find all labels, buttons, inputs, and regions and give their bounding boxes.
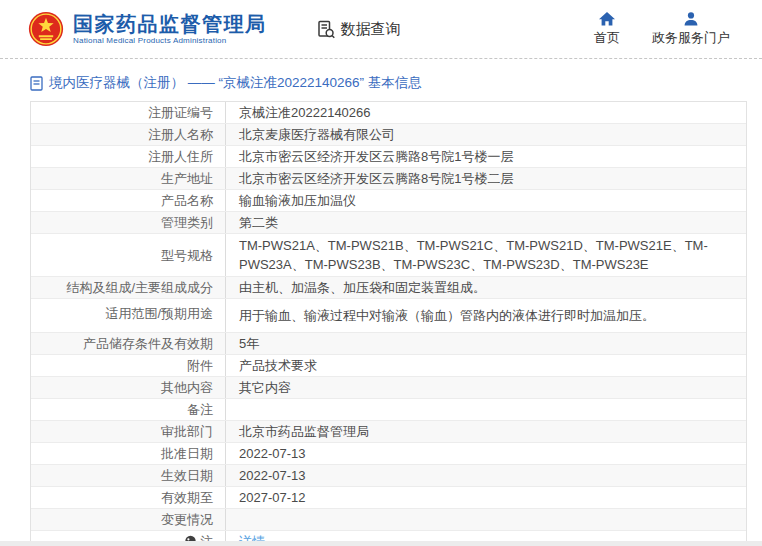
row-label: 变更情况 [31, 509, 226, 530]
row-value: 北京市密云区经济开发区云腾路8号院1号楼一层 [226, 146, 746, 167]
document-icon [30, 76, 43, 91]
row-label: 审批部门 [31, 421, 226, 442]
row-label: 其他内容 [31, 377, 226, 398]
row-value [226, 509, 746, 530]
table-row-remarks: 备注 [31, 398, 746, 420]
registration-info-table: 注册证编号 京械注准20222140266 注册人名称 北京麦康医疗器械有限公司… [30, 101, 747, 546]
table-row-storage-validity: 产品储存条件及有效期 5年 [31, 332, 746, 354]
row-value: 5年 [226, 333, 746, 354]
row-label: 批准日期 [31, 443, 226, 464]
row-value: 其它内容 [226, 377, 746, 398]
row-value: TM-PWS21A、TM-PWS21B、TM-PWS21C、TM-PWS21D、… [226, 234, 746, 276]
row-value: 用于输血、输液过程中对输液（输血）管路内的液体进行即时加温加压。 [226, 299, 746, 332]
table-row-management-class: 管理类别 第二类 [31, 211, 746, 233]
document-search-icon [317, 20, 336, 39]
row-label: 附件 [31, 355, 226, 376]
page-title: 境内医疗器械（注册） —— “京械注准20222140266” 基本信息 [49, 74, 422, 92]
row-label: 管理类别 [31, 212, 226, 233]
row-label: 产品名称 [31, 190, 226, 211]
row-value [226, 399, 746, 420]
row-value: 产品技术要求 [226, 355, 746, 376]
table-row-product-name: 产品名称 输血输液加压加温仪 [31, 189, 746, 211]
nav-item-portal[interactable]: 政务服务门户 [652, 12, 730, 47]
table-row-registrant-address: 注册人住所 北京市密云区经济开发区云腾路8号院1号楼一层 [31, 145, 746, 167]
site-title-group: 国家药品监督管理局 National Medical Products Admi… [73, 13, 267, 46]
row-label: 注册人名称 [31, 124, 226, 145]
data-query-nav[interactable]: 数据查询 [317, 20, 401, 39]
site-title: 国家药品监督管理局 [73, 13, 267, 36]
top-nav: 首页 政务服务门户 [594, 12, 738, 47]
nav-item-home[interactable]: 首页 [594, 12, 620, 47]
row-value: 北京麦康医疗器械有限公司 [226, 124, 746, 145]
person-icon [684, 12, 698, 26]
home-icon [599, 12, 615, 26]
row-label: 生产地址 [31, 168, 226, 189]
table-row-intended-use: 适用范围/预期用途 用于输血、输液过程中对输液（输血）管路内的液体进行即时加温加… [31, 298, 746, 332]
table-row-approval-department: 审批部门 北京市药品监督管理局 [31, 420, 746, 442]
row-label: 产品储存条件及有效期 [31, 333, 226, 354]
table-row-other-content: 其他内容 其它内容 [31, 376, 746, 398]
row-value: 北京市密云区经济开发区云腾路8号院1号楼二层 [226, 168, 746, 189]
breadcrumb: 境内医疗器械（注册） —— “京械注准20222140266” 基本信息 [0, 59, 762, 101]
table-row-registrant-name: 注册人名称 北京麦康医疗器械有限公司 [31, 123, 746, 145]
row-label: 有效期至 [31, 487, 226, 508]
row-value: 2027-07-12 [226, 487, 746, 508]
row-value: 由主机、加温条、加压袋和固定装置组成。 [226, 277, 746, 298]
row-label: 适用范围/预期用途 [31, 299, 226, 332]
row-value: 第二类 [226, 212, 746, 233]
table-row-expiry-date: 有效期至 2027-07-12 [31, 486, 746, 508]
row-label: 注册证编号 [31, 102, 226, 123]
page-bottom-strip [0, 541, 762, 546]
nav-home-label: 首页 [594, 29, 620, 47]
data-query-label: 数据查询 [341, 20, 401, 39]
table-row-approval-date: 批准日期 2022-07-13 [31, 442, 746, 464]
site-subtitle: National Medical Products Administration [73, 36, 267, 46]
table-row-composition: 结构及组成/主要组成成分 由主机、加温条、加压袋和固定装置组成。 [31, 276, 746, 298]
row-value: 北京市药品监督管理局 [226, 421, 746, 442]
row-label: 型号规格 [31, 234, 226, 276]
row-label: 生效日期 [31, 465, 226, 486]
row-label: 注册人住所 [31, 146, 226, 167]
row-value: 2022-07-13 [226, 443, 746, 464]
site-logo[interactable]: 国家药品监督管理局 National Medical Products Admi… [28, 11, 267, 47]
row-label: 结构及组成/主要组成成分 [31, 277, 226, 298]
row-value: 输血输液加压加温仪 [226, 190, 746, 211]
table-row-model-specs: 型号规格 TM-PWS21A、TM-PWS21B、TM-PWS21C、TM-PW… [31, 233, 746, 276]
national-emblem-icon [28, 11, 64, 47]
row-value: 京械注准20222140266 [226, 102, 746, 123]
table-row-reg-number: 注册证编号 京械注准20222140266 [31, 102, 746, 123]
table-row-effective-date: 生效日期 2022-07-13 [31, 464, 746, 486]
row-value: 2022-07-13 [226, 465, 746, 486]
table-row-production-address: 生产地址 北京市密云区经济开发区云腾路8号院1号楼二层 [31, 167, 746, 189]
row-label: 备注 [31, 399, 226, 420]
site-header: 国家药品监督管理局 National Medical Products Admi… [0, 0, 762, 59]
nav-portal-label: 政务服务门户 [652, 29, 730, 47]
table-row-attachment: 附件 产品技术要求 [31, 354, 746, 376]
table-row-change-status: 变更情况 [31, 508, 746, 530]
